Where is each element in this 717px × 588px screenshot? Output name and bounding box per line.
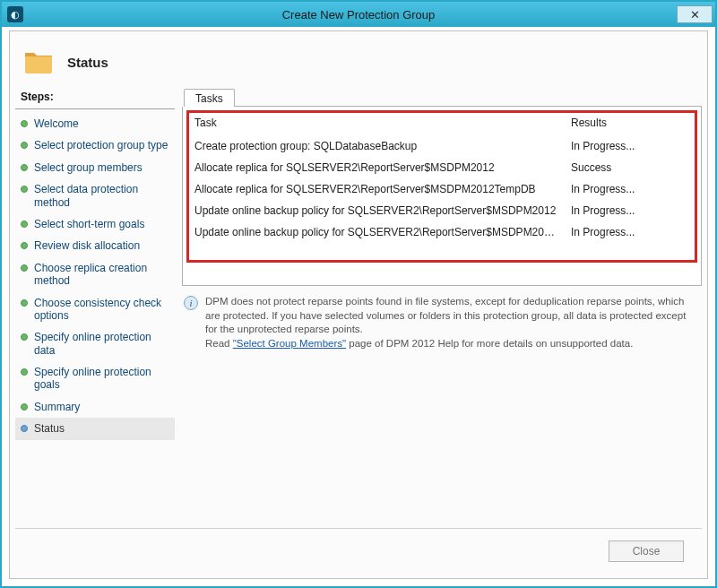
task-cell: Allocate replica for SQLSERVER2\ReportSe… [189, 157, 566, 178]
col-header-task[interactable]: Task [189, 113, 566, 135]
result-cell: In Progress... [566, 135, 695, 158]
step-label: Select protection group type [34, 139, 168, 151]
step-item[interactable]: Choose replica creation method [15, 257, 175, 292]
window-close-button[interactable]: ✕ [677, 5, 713, 23]
result-cell: In Progress... [566, 200, 695, 221]
step-label: Select group members [34, 161, 143, 174]
step-bullet-icon [21, 120, 28, 127]
steps-header: Steps: [15, 87, 175, 109]
result-cell: Success [566, 157, 695, 178]
step-bullet-icon [21, 164, 28, 171]
steps-list: WelcomeSelect protection group typeSelec… [15, 109, 175, 440]
tasks-panel: Task Results Create protection group: SQ… [182, 107, 702, 286]
info-text-after: page of DPM 2012 Help for more details o… [346, 338, 633, 349]
step-label: Choose replica creation method [34, 262, 169, 288]
task-cell: Update online backup policy for SQLSERVE… [189, 221, 566, 243]
step-bullet-icon [21, 142, 28, 149]
step-label: Summary [34, 401, 80, 413]
tab-strip: Tasks [182, 87, 702, 107]
result-cell: In Progress... [566, 221, 695, 243]
step-item[interactable]: Choose consistency check options [15, 292, 175, 327]
step-item[interactable]: Specify online protection goals [15, 361, 175, 396]
step-bullet-icon [21, 264, 28, 272]
tab-tasks[interactable]: Tasks [184, 89, 235, 107]
step-item[interactable]: Select protection group type [15, 134, 175, 156]
step-label: Select data protection method [34, 183, 169, 209]
table-row[interactable]: Update online backup policy for SQLSERVE… [189, 200, 695, 221]
step-bullet-icon [21, 403, 28, 411]
step-label: Review disk allocation [34, 239, 140, 252]
step-bullet-icon [21, 299, 28, 307]
info-row: i DPM does not protect reparse points fo… [182, 286, 702, 350]
app-icon: ◐ [7, 6, 23, 22]
page-header: Status [15, 37, 702, 87]
step-item[interactable]: Select data protection method [15, 178, 175, 213]
step-label: Select short-term goals [34, 218, 144, 230]
info-icon: i [184, 296, 198, 310]
info-link-select-group-members[interactable]: "Select Group Members" [233, 338, 346, 349]
step-bullet-icon [21, 368, 28, 376]
main-panel: Tasks Task Results [182, 87, 702, 528]
result-cell: In Progress... [566, 178, 695, 200]
step-item[interactable]: Select group members [15, 157, 175, 178]
step-item[interactable]: Welcome [15, 113, 175, 134]
task-cell: Allocate replica for SQLSERVER2\ReportSe… [189, 178, 566, 200]
footer: Close [15, 528, 702, 573]
table-row[interactable]: Allocate replica for SQLSERVER2\ReportSe… [189, 157, 695, 178]
step-bullet-icon [21, 220, 28, 228]
step-label: Specify online protection goals [34, 366, 169, 392]
step-item[interactable]: Status [15, 418, 175, 439]
table-row[interactable]: Update online backup policy for SQLSERVE… [189, 221, 695, 243]
body-row: Steps: WelcomeSelect protection group ty… [15, 87, 702, 528]
step-bullet-icon [21, 333, 28, 341]
step-label: Status [34, 422, 65, 435]
wizard-inner: Status Steps: WelcomeSelect protection g… [9, 30, 708, 579]
tasks-table: Task Results Create protection group: SQ… [189, 113, 695, 243]
window-title: Create New Protection Group [2, 8, 715, 22]
info-text: DPM does not protect reparse points foun… [205, 295, 696, 350]
step-bullet-icon [21, 186, 28, 193]
step-bullet-icon [21, 242, 28, 249]
titlebar: ◐ Create New Protection Group ✕ [2, 2, 715, 27]
task-cell: Create protection group: SQLDatabaseBack… [189, 135, 566, 158]
step-label: Specify online protection data [34, 331, 169, 357]
client-area: Status Steps: WelcomeSelect protection g… [2, 27, 715, 586]
step-item[interactable]: Review disk allocation [15, 235, 175, 256]
close-button[interactable]: Close [609, 540, 684, 562]
col-header-results[interactable]: Results [566, 113, 695, 135]
step-label: Welcome [34, 117, 79, 130]
folder-icon [24, 49, 53, 74]
step-item[interactable]: Select short-term goals [15, 213, 175, 235]
task-cell: Update online backup policy for SQLSERVE… [189, 200, 566, 221]
table-row[interactable]: Allocate replica for SQLSERVER2\ReportSe… [189, 178, 695, 200]
wizard-window: ◐ Create New Protection Group ✕ Status S… [0, 0, 717, 588]
table-row[interactable]: Create protection group: SQLDatabaseBack… [189, 135, 695, 158]
step-item[interactable]: Summary [15, 396, 175, 418]
step-item[interactable]: Specify online protection data [15, 326, 175, 361]
highlighted-task-box: Task Results Create protection group: SQ… [186, 110, 697, 263]
step-bullet-icon [21, 425, 28, 432]
page-title: Status [67, 55, 108, 70]
steps-sidebar: Steps: WelcomeSelect protection group ty… [15, 87, 175, 528]
step-label: Choose consistency check options [34, 297, 169, 323]
